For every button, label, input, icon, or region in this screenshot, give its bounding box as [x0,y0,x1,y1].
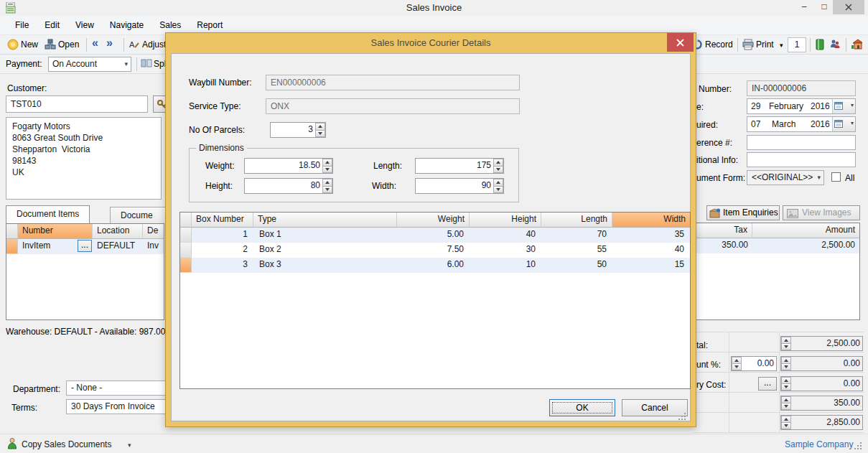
table-cell[interactable]: 6.00 [397,258,470,273]
column-header-length[interactable]: Length [541,213,612,228]
cell-description[interactable]: Inv [143,239,164,254]
column-header-tax[interactable]: Tax [694,223,752,238]
table-cell[interactable]: 7.50 [397,243,470,258]
row-selector[interactable] [180,228,192,243]
calendar-dropdown-button[interactable]: ▾ [832,99,855,113]
table-cell[interactable]: 35 [612,228,690,243]
all-checkbox[interactable] [831,172,841,182]
cancel-button[interactable]: Cancel [622,399,688,416]
reference-input[interactable] [747,135,856,150]
table-cell[interactable]: Box 3 [253,258,397,273]
payment-select[interactable]: On Account ▾ [48,57,131,72]
dialog-resize-grip[interactable] [678,419,680,420]
spinner[interactable] [781,377,791,391]
document-form-select[interactable]: <<ORIGINAL>> ▾ [747,170,824,185]
menu-view[interactable]: View [69,18,101,32]
open-button[interactable]: Open [58,39,79,50]
table-cell[interactable]: Box 2 [253,243,397,258]
adjust-icon[interactable]: A [129,39,140,50]
adjust-button[interactable]: Adjust [142,39,166,50]
spinner[interactable] [322,159,332,173]
department-select[interactable]: - None - [66,380,167,396]
company-link[interactable]: Sample Company [785,439,853,449]
terms-select[interactable]: 30 Days From Invoice [66,399,167,414]
weight-field[interactable]: 18.50 [244,158,333,174]
select-all-cell[interactable] [180,213,192,228]
record-button[interactable]: Record [705,39,733,50]
table-cell[interactable]: 5.00 [397,228,470,243]
item-enquiries-button[interactable]: Item Enquiries [706,205,780,220]
spinner[interactable] [781,396,791,410]
table-cell[interactable]: 2 [192,243,253,258]
new-button[interactable]: New [21,39,38,50]
table-cell[interactable]: Box 1 [253,228,397,243]
next-record-icon[interactable]: » [106,37,113,50]
cell-location[interactable]: DEFAULT [93,239,143,254]
table-cell[interactable]: 50 [541,258,612,273]
table-row[interactable]: InvItem ... DEFAULT Inv [6,239,164,254]
spinner[interactable] [322,179,332,193]
table-cell[interactable]: 55 [541,243,612,258]
print-dropdown-icon[interactable]: ▾ [780,42,783,49]
table-cell[interactable]: 30 [470,243,541,258]
spinner[interactable] [315,123,325,137]
select-all-cell[interactable] [6,224,18,239]
new-icon[interactable] [7,39,19,50]
customer-code-input[interactable]: TST010 [6,95,148,113]
ok-button[interactable]: OK [549,399,615,416]
column-header-type[interactable]: Type [253,213,397,228]
date-required-field[interactable]: 07 March 2016 ▾ [747,116,856,132]
cell-amount[interactable]: 2,500.00 [752,238,859,253]
column-header-weight[interactable]: Weight [397,213,470,228]
spinner[interactable] [781,357,791,370]
spinner[interactable] [493,159,503,173]
table-cell[interactable]: 70 [541,228,612,243]
table-cell[interactable]: 40 [470,228,541,243]
table-cell[interactable]: 1 [192,228,253,243]
column-header-height[interactable]: Height [470,213,541,228]
print-icon[interactable] [742,39,754,50]
open-icon[interactable] [45,39,56,50]
spinner[interactable] [781,337,791,350]
split-icon[interactable] [141,58,152,70]
column-header-box-number[interactable]: Box Number [192,213,253,228]
date-field[interactable]: 29 February 2016 ▾ [747,98,856,114]
column-header-amount[interactable]: Amount [752,223,859,238]
delivery-cost-lookup-button[interactable]: ... [758,377,777,391]
table-row[interactable]: 350.00 2,500.00 [694,238,859,253]
width-field[interactable]: 90 [415,178,504,194]
maximize-icon[interactable]: □ [813,0,835,14]
length-field[interactable]: 175 [415,158,504,174]
item-lookup-button[interactable]: ... [78,240,92,252]
column-header-width[interactable]: Width [612,213,690,228]
copy-sales-documents-button[interactable]: Copy Sales Documents [22,439,111,449]
table-row[interactable]: 3Box 36.00105015 [180,258,690,273]
spinner[interactable] [732,357,742,370]
close-icon[interactable] [833,0,864,14]
dialog-close-icon[interactable] [667,33,694,52]
cell-tax[interactable]: 350.00 [694,238,752,253]
height-field[interactable]: 80 [244,178,333,194]
menu-report[interactable]: Report [190,18,229,32]
print-button[interactable]: Print [756,39,774,50]
row-selector[interactable] [180,258,192,273]
menu-sales[interactable]: Sales [153,18,187,32]
table-cell[interactable]: 15 [612,258,690,273]
discount-percent-field[interactable]: 0.00 [731,356,777,371]
menu-file[interactable]: File [9,18,35,32]
column-header-location[interactable]: Location [93,224,143,239]
company-icon[interactable] [851,39,862,50]
cell-number[interactable]: InvItem ... [18,239,93,254]
calendar-dropdown-button[interactable]: ▾ [832,117,855,131]
menu-edit[interactable]: Edit [38,18,66,32]
table-row[interactable]: 1Box 15.00407035 [180,228,690,243]
view-images-button[interactable]: View Images [783,205,860,220]
row-selector[interactable] [6,239,18,254]
customers-icon[interactable] [829,39,841,50]
chevron-down-icon[interactable]: ▾ [128,442,131,449]
column-header-number[interactable]: Number [18,224,93,239]
previous-record-icon[interactable]: « [92,37,98,50]
spinner[interactable] [781,416,791,429]
book-icon[interactable] [814,39,826,50]
menu-navigate[interactable]: Navigate [103,18,150,32]
